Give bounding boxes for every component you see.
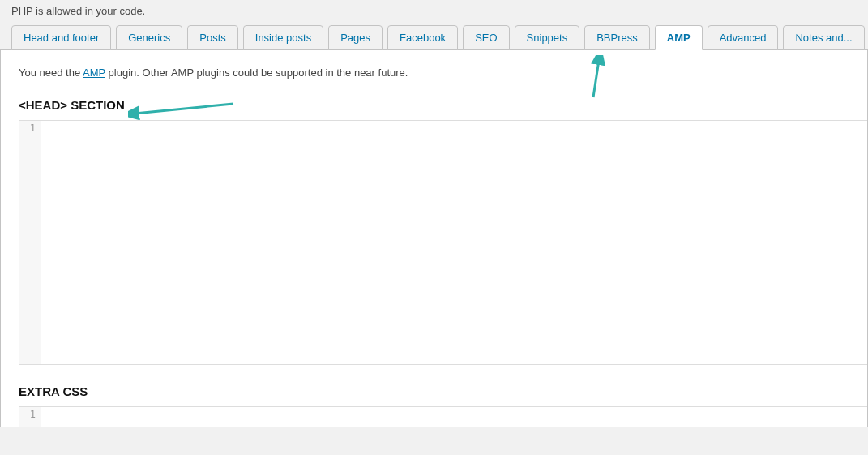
tab-facebook[interactable]: Facebook	[387, 25, 458, 50]
head-code-input[interactable]	[41, 121, 867, 364]
intro-after-link: plugin. Other AMP plugins could be suppo…	[105, 67, 408, 79]
tab-content: You need the AMP plugin. Other AMP plugi…	[0, 50, 868, 427]
tab-amp[interactable]: AMP	[655, 25, 703, 50]
tab-bar: Head and footer Generics Posts Inside po…	[0, 25, 868, 50]
intro-text: You need the AMP plugin. Other AMP plugi…	[1, 67, 867, 90]
extra-css-code-editor: 1	[19, 407, 867, 427]
head-editor-gutter: 1	[19, 121, 41, 364]
extra-css-code-input[interactable]	[41, 407, 867, 427]
intro-before-link: You need the	[19, 67, 83, 79]
head-editor-wrap: 1	[19, 120, 867, 365]
tab-advanced[interactable]: Advanced	[708, 25, 779, 50]
head-section-heading: <HEAD> SECTION	[1, 90, 867, 120]
tab-bbpress[interactable]: BBPress	[584, 25, 650, 50]
top-notice: PHP is allowed in your code.	[0, 0, 868, 25]
tab-generics[interactable]: Generics	[116, 25, 182, 50]
tab-seo[interactable]: SEO	[463, 25, 509, 50]
extra-css-heading: EXTRA CSS	[1, 365, 867, 406]
tab-snippets[interactable]: Snippets	[515, 25, 580, 50]
tab-notes-and[interactable]: Notes and...	[783, 25, 864, 50]
tab-head-and-footer[interactable]: Head and footer	[11, 25, 111, 50]
extra-css-editor-gutter: 1	[19, 407, 41, 427]
tab-inside-posts[interactable]: Inside posts	[243, 25, 323, 50]
head-code-editor: 1	[19, 121, 867, 364]
amp-plugin-link[interactable]: AMP	[83, 67, 105, 79]
tab-pages[interactable]: Pages	[328, 25, 383, 50]
tab-posts[interactable]: Posts	[187, 25, 238, 50]
extra-css-editor-wrap: 1	[19, 406, 867, 427]
